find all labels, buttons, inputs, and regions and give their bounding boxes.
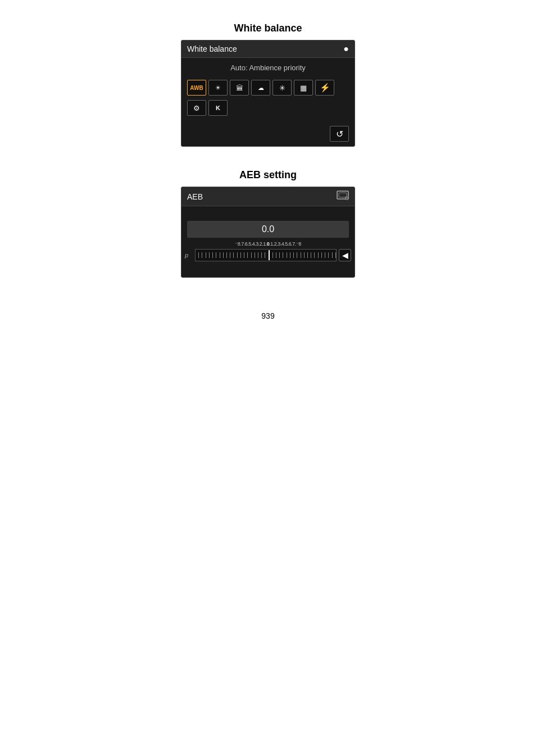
wb-icon-flash[interactable]: ⚡ <box>315 80 334 96</box>
white-balance-header-icon: ● <box>343 44 349 54</box>
page-number: 939 <box>261 300 274 332</box>
white-balance-icons-row1: AWB ☀ 🏛 ☁ ✳ ▦ ⚡ <box>181 80 355 100</box>
aeb-panel: AEB 0.0 ⁻8.7.6.5.4.3.2.1.0.1.2.3.4.5.6.7… <box>181 187 355 278</box>
svg-rect-3 <box>346 197 348 200</box>
white-balance-subtitle: Auto: Ambience priority <box>181 58 355 80</box>
aeb-section-title: AEB setting <box>239 169 297 181</box>
aeb-arrow-button[interactable]: ◀ <box>339 249 351 261</box>
white-balance-section-title: White balance <box>234 22 302 34</box>
wb-icon-awb[interactable]: AWB <box>187 80 206 96</box>
wb-icon-shade[interactable]: 🏛 <box>230 80 249 96</box>
wb-icon-tungsten[interactable]: ✳ <box>272 80 292 96</box>
aeb-header-icon <box>337 191 349 202</box>
wb-icon-custom[interactable]: ⚙ <box>187 100 206 116</box>
white-balance-header: White balance ● <box>181 40 355 58</box>
wb-icon-cloudy[interactable]: ☁ <box>251 80 270 96</box>
aeb-slider-row: p ◀ <box>181 247 355 268</box>
wb-icon-kelvin[interactable]: K <box>208 100 228 116</box>
white-balance-footer: ↺ <box>181 123 355 146</box>
aeb-slider-track[interactable] <box>195 249 337 261</box>
aeb-scale: ⁻8.7.6.5.4.3.2.1.0.1.2.3.4.5.6.7.⁻8 <box>181 240 355 247</box>
aeb-tick-container <box>196 250 336 261</box>
white-balance-back-button[interactable]: ↺ <box>330 126 349 142</box>
white-balance-panel: White balance ● Auto: Ambience priority … <box>181 40 355 147</box>
white-balance-header-title: White balance <box>187 44 237 53</box>
wb-icon-fluorescent[interactable]: ▦ <box>294 80 313 96</box>
aeb-slider-label: p <box>185 252 193 259</box>
svg-rect-1 <box>339 193 347 197</box>
aeb-header-title: AEB <box>187 192 203 201</box>
wb-icon-sunny[interactable]: ☀ <box>208 80 228 96</box>
aeb-value-display: 0.0 <box>187 221 349 238</box>
white-balance-icons-row2: ⚙ K <box>181 100 355 123</box>
aeb-header: AEB <box>181 187 355 206</box>
